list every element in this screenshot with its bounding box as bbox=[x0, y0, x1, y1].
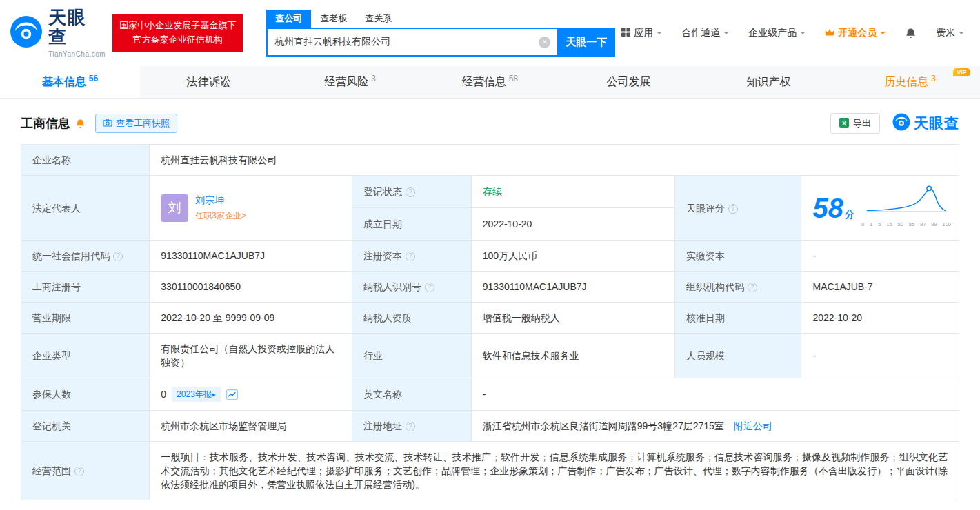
section-header: 工商信息 查看工商快照 X 导出 bbox=[21, 113, 959, 134]
row-business-scope: 经营范围 一般项目：技术服务、技术开发、技术咨询、技术交流、技术转让、技术推广；… bbox=[21, 442, 959, 500]
chevron-down-icon bbox=[959, 32, 964, 37]
field-value-approval-date: 2022-10-20 bbox=[801, 303, 959, 334]
search-tab-company[interactable]: 查公司 bbox=[266, 10, 311, 28]
help-icon[interactable] bbox=[728, 204, 738, 214]
field-label-taxpayer-id: 纳税人识别号 bbox=[352, 272, 472, 303]
help-icon[interactable] bbox=[406, 422, 415, 431]
nav-cooperation[interactable]: 合作通道 bbox=[675, 27, 735, 39]
logo-text: 天眼查 bbox=[48, 7, 87, 48]
tianyancha-logo[interactable]: 天眼查 TianYanCha.com bbox=[10, 8, 106, 59]
field-label-company-type: 企业类型 bbox=[21, 334, 150, 378]
field-value-reg-number: 330110001840650 bbox=[150, 272, 352, 303]
tab-label: 公司发展 bbox=[607, 75, 651, 90]
crown-icon bbox=[825, 28, 834, 39]
field-value-company-type: 有限责任公司（自然人投资或控股的法人独资） bbox=[150, 334, 352, 378]
field-value-company-name: 杭州直挂云帆科技有限公司 bbox=[150, 145, 959, 176]
top-nav: 应用 合作通道 企业级产品 开通会员 费米 bbox=[615, 27, 970, 39]
search-input-wrap: × bbox=[266, 28, 557, 57]
nav-open-vip[interactable]: 开通会员 bbox=[819, 27, 892, 39]
notification-bell[interactable] bbox=[899, 28, 923, 39]
help-icon[interactable] bbox=[113, 252, 123, 261]
row-business-term: 营业期限 2022-10-20 至 9999-09-09 纳税人资质 增值税一般… bbox=[21, 303, 959, 334]
tab-company-development[interactable]: 公司发展 bbox=[560, 66, 700, 98]
status-badge: 存续 bbox=[483, 186, 502, 197]
tab-legal-proceedings[interactable]: 法律诉讼 bbox=[140, 66, 280, 98]
nav-enterprise-products[interactable]: 企业级产品 bbox=[742, 27, 812, 39]
help-icon[interactable] bbox=[748, 283, 757, 292]
bell-icon bbox=[905, 28, 917, 39]
nearby-companies-link[interactable]: 附近公司 bbox=[734, 420, 772, 431]
tab-label: 历史信息 bbox=[884, 75, 928, 90]
field-value-establish-date: 2022-10-20 bbox=[471, 208, 674, 241]
export-button[interactable]: X 导出 bbox=[830, 113, 880, 134]
legal-rep-name-link[interactable]: 刘宗坤 bbox=[195, 193, 246, 207]
field-label-reg-number: 工商注册号 bbox=[21, 272, 150, 303]
section-title: 工商信息 bbox=[21, 115, 70, 132]
row-authority-address: 登记机关 杭州市余杭区市场监督管理局 注册地址 浙江省杭州市余杭区良渚街道网周路… bbox=[21, 411, 959, 442]
field-value-business-term: 2022-10-20 至 9999-09-09 bbox=[150, 303, 352, 334]
badge-line2: 官方备案企业征信机构 bbox=[133, 34, 223, 45]
field-label-org-code: 组织机构代码 bbox=[674, 272, 801, 303]
tab-count: 56 bbox=[89, 74, 98, 83]
field-value-taxpayer-id: 91330110MAC1AJUB7J bbox=[471, 272, 674, 303]
excel-icon: X bbox=[839, 118, 849, 130]
snapshot-button-label: 查看工商快照 bbox=[116, 117, 170, 130]
nav-apps[interactable]: 应用 bbox=[615, 27, 668, 39]
field-label-company-name: 企业名称 bbox=[21, 145, 150, 176]
search-block: 查公司 查老板 查关系 × 天眼一下 bbox=[266, 10, 615, 57]
tab-intellectual-property[interactable]: 知识产权 bbox=[700, 66, 840, 98]
nav-apps-label: 应用 bbox=[634, 27, 653, 39]
help-icon[interactable] bbox=[425, 283, 434, 292]
help-icon[interactable] bbox=[406, 187, 415, 197]
field-label-reg-address: 注册地址 bbox=[352, 411, 472, 442]
tab-count: 3 bbox=[371, 74, 376, 83]
alert-bell-icon[interactable] bbox=[75, 119, 86, 129]
nav-cooperation-label: 合作通道 bbox=[681, 27, 720, 39]
field-label-business-scope: 经营范围 bbox=[21, 442, 150, 500]
company-tabbar: 基本信息 56 法律诉讼 经营风险 3 经营信息 58 公司发展 知识产权 VI… bbox=[0, 66, 980, 99]
tianyancha-logo-icon bbox=[10, 15, 43, 51]
row-insured: 参保人数 0 2023年报▸ 英文名称 - bbox=[21, 378, 959, 411]
field-label-business-term: 营业期限 bbox=[21, 303, 150, 334]
field-label-insured: 参保人数 bbox=[21, 378, 150, 411]
help-icon[interactable] bbox=[406, 252, 415, 261]
field-value-reg-address: 浙江省杭州市余杭区良渚街道网周路99号3幢27层2715室 附近公司 bbox=[471, 411, 959, 442]
search-input[interactable] bbox=[274, 37, 539, 48]
snapshot-button[interactable]: 查看工商快照 bbox=[95, 114, 177, 133]
tab-label: 基本信息 bbox=[42, 75, 86, 90]
annual-report-tag[interactable]: 2023年报▸ bbox=[172, 387, 221, 402]
row-reg-number: 工商注册号 330110001840650 纳税人识别号 91330110MAC… bbox=[21, 272, 959, 303]
tab-count: 3 bbox=[931, 74, 936, 83]
tab-basic-info[interactable]: 基本信息 56 bbox=[0, 66, 140, 98]
nav-vip-label: 开通会员 bbox=[838, 27, 877, 39]
field-label-reg-capital: 注册资本 bbox=[352, 241, 472, 272]
nav-user-account[interactable]: 费米 bbox=[930, 27, 970, 39]
field-value-staff-size: - bbox=[801, 334, 959, 378]
field-value-score: 58分 01 515 5085 9799 100 bbox=[801, 176, 959, 241]
field-label-reg-status: 登记状态 bbox=[352, 176, 472, 208]
field-label-staff-size: 人员规模 bbox=[674, 334, 801, 378]
tianyancha-watermark-icon bbox=[892, 113, 910, 134]
logo-domain: TianYanCha.com bbox=[48, 50, 106, 58]
field-label-english-name: 英文名称 bbox=[352, 378, 472, 411]
tab-business-info[interactable]: 经营信息 58 bbox=[420, 66, 560, 98]
tab-history-info[interactable]: VIP 历史信息 3 bbox=[840, 66, 980, 98]
clear-search-icon[interactable]: × bbox=[539, 37, 550, 48]
search-tab-boss[interactable]: 查老板 bbox=[311, 10, 356, 28]
help-icon[interactable] bbox=[74, 467, 84, 476]
field-value-credit-code: 91330110MAC1AJUB7J bbox=[150, 241, 352, 272]
chevron-down-icon bbox=[880, 32, 886, 37]
business-info-table: 企业名称 杭州直挂云帆科技有限公司 法定代表人 刘 刘宗坤 任职3家企业> 登记… bbox=[21, 144, 959, 500]
watermark-text: 天眼查 bbox=[914, 114, 959, 133]
avatar[interactable]: 刘 bbox=[161, 194, 188, 222]
field-value-taxpayer-quality: 增值税一般纳税人 bbox=[471, 303, 674, 334]
trend-chart-icon[interactable] bbox=[226, 389, 238, 400]
field-value-reg-authority: 杭州市余杭区市场监督管理局 bbox=[150, 411, 352, 442]
score-value: 58分 bbox=[812, 194, 854, 222]
search-tab-relation[interactable]: 查关系 bbox=[356, 10, 401, 28]
score-chart: 01 515 5085 9799 100 bbox=[861, 184, 951, 232]
search-button[interactable]: 天眼一下 bbox=[557, 28, 615, 57]
grid-icon bbox=[621, 28, 630, 39]
tab-business-risk[interactable]: 经营风险 3 bbox=[280, 66, 420, 98]
legal-rep-companies-link[interactable]: 任职3家企业> bbox=[195, 209, 246, 223]
